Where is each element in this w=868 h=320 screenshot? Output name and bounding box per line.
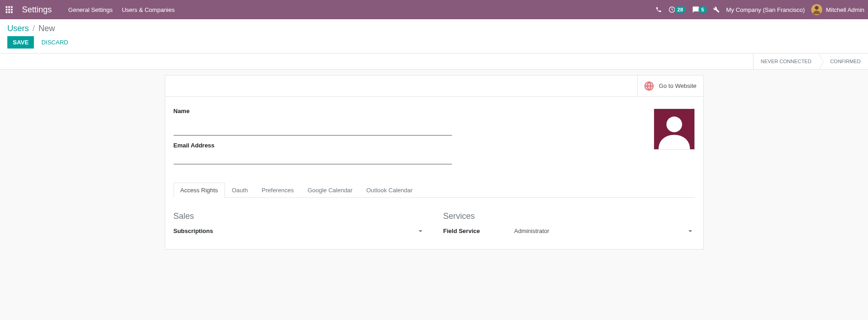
tab-outlook-calendar[interactable]: Outlook Calendar <box>360 183 420 198</box>
nav-links: General Settings Users & Companies <box>68 6 175 13</box>
tabs-wrapper: Access Rights Oauth Preferences Google C… <box>174 183 695 242</box>
save-button[interactable]: SAVE <box>7 36 34 49</box>
svg-rect-5 <box>11 9 13 11</box>
profile-image[interactable] <box>654 108 695 150</box>
breadcrumb-users[interactable]: Users <box>7 24 29 33</box>
activity-icon[interactable]: 28 <box>668 6 686 13</box>
breadcrumb-bar: Users / New SAVE DISCARD <box>0 19 868 53</box>
subscriptions-select[interactable] <box>245 230 425 232</box>
caret-down-icon <box>688 230 692 232</box>
status-confirmed[interactable]: CONFIRMED <box>819 54 868 69</box>
avatar <box>811 4 822 15</box>
status-never-connected[interactable]: NEVER CONNECTED <box>753 54 819 69</box>
breadcrumb: Users / New <box>7 24 861 33</box>
action-buttons: SAVE DISCARD <box>7 36 861 53</box>
svg-rect-4 <box>8 9 10 11</box>
company-selector[interactable]: My Company (San Francisco) <box>726 6 805 13</box>
name-label: Name <box>174 108 452 114</box>
messages-badge: 5 <box>699 6 707 13</box>
svg-point-12 <box>666 117 682 132</box>
field-service-label: Field Service <box>443 228 514 234</box>
sales-column: Sales Subscriptions <box>174 212 425 234</box>
email-input[interactable] <box>174 152 452 164</box>
discard-button[interactable]: DISCARD <box>36 36 74 49</box>
tab-content: Sales Subscriptions Services Field <box>174 198 695 242</box>
content-row: Sales Subscriptions Services Field <box>174 212 695 234</box>
email-label: Email Address <box>174 142 452 149</box>
name-field-row: Name <box>174 108 452 136</box>
globe-icon <box>644 81 654 91</box>
phone-icon[interactable] <box>655 6 662 13</box>
svg-rect-7 <box>8 11 10 13</box>
sales-title: Sales <box>174 212 425 221</box>
services-title: Services <box>443 212 695 221</box>
tab-access-rights[interactable]: Access Rights <box>174 183 225 198</box>
user-menu[interactable]: Mitchell Admin <box>811 4 864 15</box>
field-service-select[interactable]: Administrator <box>514 228 695 234</box>
svg-rect-6 <box>6 11 8 13</box>
tools-icon[interactable] <box>713 6 720 13</box>
subscriptions-row: Subscriptions <box>174 228 425 234</box>
svg-rect-8 <box>11 11 13 13</box>
nav-right: 28 5 My Company (San Francisco) Mitchell… <box>655 4 864 15</box>
breadcrumb-separator: / <box>33 24 35 33</box>
apps-icon[interactable] <box>4 4 15 15</box>
form-header-strip: Go to Website <box>165 76 703 97</box>
form-container: Go to Website Name Email Address Access … <box>165 75 704 249</box>
tab-preferences[interactable]: Preferences <box>255 183 300 198</box>
svg-rect-0 <box>6 6 8 8</box>
svg-rect-1 <box>8 6 10 8</box>
form-body: Name Email Address Access Rights Oauth P… <box>165 97 703 249</box>
field-service-row: Field Service Administrator <box>443 228 695 234</box>
caret-down-icon <box>419 230 422 232</box>
svg-rect-2 <box>11 6 13 8</box>
messages-icon[interactable]: 5 <box>692 6 707 13</box>
go-to-website-button[interactable]: Go to Website <box>637 76 703 96</box>
nav-users-companies[interactable]: Users & Companies <box>122 6 175 13</box>
name-input[interactable] <box>174 117 452 136</box>
tab-oauth[interactable]: Oauth <box>225 183 255 198</box>
subscriptions-label: Subscriptions <box>174 228 245 234</box>
tab-google-calendar[interactable]: Google Calendar <box>300 183 359 198</box>
svg-point-10 <box>815 6 819 10</box>
services-column: Services Field Service Administrator <box>443 212 695 234</box>
app-title: Settings <box>22 5 52 15</box>
go-to-website-label: Go to Website <box>659 82 696 90</box>
email-field-row: Email Address <box>174 142 452 164</box>
status-bar: NEVER CONNECTED CONFIRMED <box>0 53 868 70</box>
svg-rect-3 <box>6 9 8 11</box>
tabs: Access Rights Oauth Preferences Google C… <box>174 183 695 198</box>
user-name: Mitchell Admin <box>826 6 864 13</box>
nav-general-settings[interactable]: General Settings <box>68 6 113 13</box>
field-service-value: Administrator <box>514 228 550 234</box>
activity-badge: 28 <box>675 6 686 13</box>
breadcrumb-current: New <box>38 24 55 33</box>
top-nav: Settings General Settings Users & Compan… <box>0 0 868 19</box>
